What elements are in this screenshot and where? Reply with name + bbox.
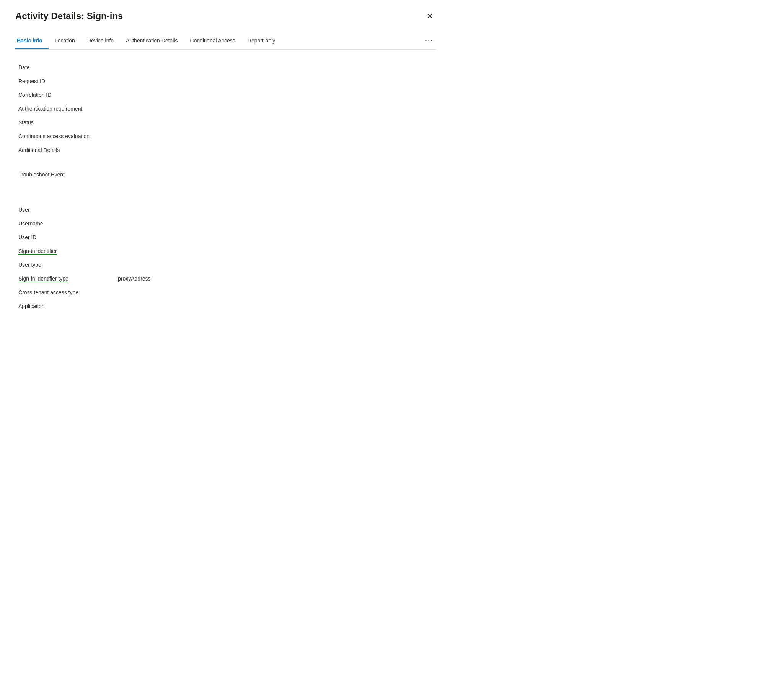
field-row-troubleshoot: Troubleshoot Event: [18, 168, 436, 181]
field-label-sign-in-identifier-type: Sign-in identifier type: [18, 276, 118, 282]
field-row-user: User: [18, 203, 436, 217]
dialog-title: Activity Details: Sign-ins: [15, 11, 123, 21]
tab-report-only[interactable]: Report-only: [246, 34, 281, 49]
field-row-auth-requirement: Authentication requirement: [18, 102, 436, 116]
field-label-continuous-access: Continuous access evaluation: [18, 133, 118, 139]
field-row-user-type: User type: [18, 258, 436, 272]
field-value-sign-in-identifier-type: proxyAddress: [118, 276, 151, 282]
field-row-status: Status: [18, 116, 436, 129]
field-label-user: User: [18, 207, 118, 213]
tab-location[interactable]: Location: [53, 34, 81, 49]
field-label-date: Date: [18, 64, 118, 70]
gap-3: [18, 192, 436, 203]
gap-1: [18, 157, 436, 168]
field-label-additional-details: Additional Details: [18, 147, 118, 153]
tab-device-info[interactable]: Device info: [86, 34, 120, 49]
field-row-correlation-id: Correlation ID: [18, 88, 436, 102]
field-label-request-id: Request ID: [18, 78, 118, 84]
tab-conditional-access[interactable]: Conditional Access: [189, 34, 241, 49]
field-label-cross-tenant-access-type: Cross tenant access type: [18, 289, 118, 295]
tab-more-button[interactable]: ···: [422, 33, 436, 50]
tab-basic-info[interactable]: Basic info: [15, 34, 49, 49]
dialog-header: Activity Details: Sign-ins ✕: [15, 11, 436, 21]
activity-details-dialog: Activity Details: Sign-ins ✕ Basic info …: [0, 0, 451, 344]
field-label-troubleshoot: Troubleshoot Event: [18, 171, 118, 178]
field-row-cross-tenant-access-type: Cross tenant access type: [18, 286, 436, 299]
field-label-user-id: User ID: [18, 234, 118, 240]
field-label-application: Application: [18, 303, 118, 309]
tab-content: Date Request ID Correlation ID Authentic…: [15, 60, 436, 313]
field-label-user-type: User type: [18, 262, 118, 268]
field-row-username: Username: [18, 217, 436, 230]
close-button[interactable]: ✕: [424, 11, 436, 21]
field-label-correlation-id: Correlation ID: [18, 92, 118, 98]
field-row-application: Application: [18, 299, 436, 313]
field-label-status: Status: [18, 119, 118, 126]
field-label-sign-in-identifier: Sign-in identifier: [18, 248, 118, 254]
tab-bar: Basic info Location Device info Authenti…: [15, 32, 436, 50]
field-label-auth-requirement: Authentication requirement: [18, 106, 118, 112]
tab-authentication-details[interactable]: Authentication Details: [124, 34, 184, 49]
field-row-user-id: User ID: [18, 230, 436, 244]
field-row-request-id: Request ID: [18, 74, 436, 88]
gap-2: [18, 181, 436, 192]
field-label-username: Username: [18, 220, 118, 227]
field-row-continuous-access: Continuous access evaluation: [18, 129, 436, 143]
field-row-date: Date: [18, 60, 436, 74]
field-row-sign-in-identifier: Sign-in identifier: [18, 244, 436, 258]
field-row-sign-in-identifier-type: Sign-in identifier type proxyAddress: [18, 272, 436, 286]
field-row-additional-details: Additional Details: [18, 143, 436, 157]
